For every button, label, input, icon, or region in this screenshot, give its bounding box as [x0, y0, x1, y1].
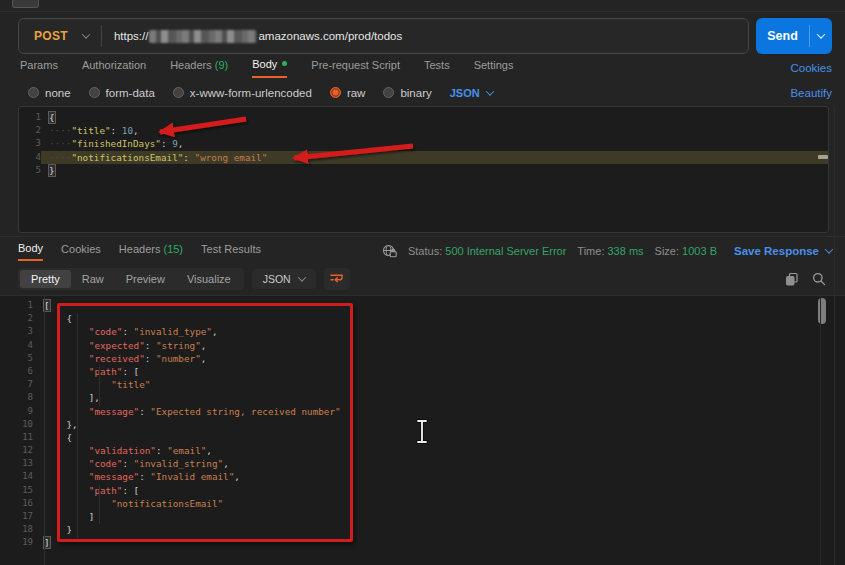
body-type-binary[interactable]: binary	[383, 87, 431, 99]
code-line: 12 "validation": "email",	[0, 444, 845, 457]
raw-format-select[interactable]: JSON	[450, 87, 493, 99]
response-view-switcher: Pretty Raw Preview Visualize	[18, 268, 244, 290]
size-value: 1003 B	[682, 245, 717, 257]
scrollbar-track-line	[820, 295, 821, 565]
view-visualize[interactable]: Visualize	[176, 270, 242, 288]
response-json-code: 1[2 {3 "code": "invalid_type",4 "expecte…	[0, 299, 845, 550]
response-tab-test-results[interactable]: Test Results	[201, 243, 261, 260]
code-line: 1[	[0, 299, 845, 312]
size-label: Size:	[655, 245, 679, 257]
headers-count: (9)	[215, 59, 228, 71]
copy-icon[interactable]	[785, 272, 799, 286]
chevron-down-icon	[817, 30, 825, 38]
time-value: 338 ms	[608, 245, 644, 257]
body-modified-dot	[282, 61, 287, 66]
cookies-link[interactable]: Cookies	[790, 62, 832, 74]
divider	[101, 25, 102, 47]
code-line: 13 "code": "invalid_string",	[0, 457, 845, 470]
body-type-none[interactable]: none	[28, 87, 71, 99]
url-prefix: https://	[114, 30, 149, 42]
chevron-down-icon	[82, 30, 90, 38]
method-selector[interactable]: POST	[19, 29, 101, 43]
code-line: 17 ]	[0, 510, 845, 523]
response-tab-headers[interactable]: Headers (15)	[119, 243, 183, 260]
code-line: 18 }	[0, 523, 845, 536]
body-type-selector: none form-data x-www-form-urlencoded raw…	[28, 82, 832, 103]
time-label: Time:	[577, 245, 604, 257]
indent-guide	[77, 313, 78, 538]
code-line: 9 "message": "Expected string, received …	[0, 405, 845, 418]
request-tabs: Params Authorization Headers (9) Body Pr…	[20, 55, 832, 80]
tab-pre-request-script[interactable]: Pre-request Script	[311, 59, 400, 77]
indent-guide	[99, 485, 100, 524]
code-line: 14 "message": "Invalid email",	[0, 470, 845, 483]
body-type-x-www-form-urlencoded[interactable]: x-www-form-urlencoded	[173, 87, 312, 99]
method-label: POST	[34, 29, 68, 43]
beautify-link[interactable]: Beautify	[790, 87, 832, 99]
indent-guide	[99, 366, 100, 406]
url-suffix: amazonaws.com/prod/todos	[258, 30, 402, 42]
response-toolbar: Pretty Raw Preview Visualize JSON	[18, 266, 832, 291]
code-line: 2····"title": 10,	[19, 124, 828, 137]
globe-lock-icon[interactable]	[382, 244, 397, 258]
response-body-editor[interactable]: 1[2 {3 "code": "invalid_type",4 "expecte…	[0, 295, 845, 565]
code-line: 3 "code": "invalid_type",	[0, 325, 845, 338]
body-type-raw[interactable]: raw	[330, 87, 366, 99]
code-line: 15 "path": [	[0, 484, 845, 497]
wrap-text-icon	[329, 272, 344, 285]
chevron-down-icon	[825, 245, 833, 253]
code-line: 3····"finishedInDays": 9,	[19, 137, 828, 150]
response-tabs: Body Cookies Headers (15) Test Results S…	[18, 240, 832, 262]
radio-icon	[383, 87, 394, 98]
status-label: Status:	[408, 245, 442, 257]
response-divider	[0, 236, 845, 237]
postman-app: POST https:// amazonaws.com/prod/todos S…	[0, 0, 845, 565]
chevron-down-icon	[297, 273, 305, 281]
body-type-form-data[interactable]: form-data	[89, 87, 155, 99]
request-json-code: 1{2····"title": 10,3····"finishedInDays"…	[19, 111, 828, 177]
request-url-bar: POST https:// amazonaws.com/prod/todos S…	[18, 18, 832, 54]
radio-selected-icon	[330, 87, 341, 98]
code-line: 1{	[19, 111, 828, 124]
send-options-button[interactable]	[810, 18, 832, 54]
radio-icon	[89, 87, 100, 98]
response-body-tools	[785, 272, 826, 286]
code-line: 6 "path": [	[0, 365, 845, 378]
status-value: 500 Internal Server Error	[445, 245, 566, 257]
request-body-editor[interactable]: 1{2····"title": 10,3····"finishedInDays"…	[18, 106, 829, 233]
chevron-down-icon	[485, 87, 493, 95]
top-divider	[0, 11, 845, 12]
panel-edge-line	[834, 106, 835, 565]
url-input[interactable]: https:// amazonaws.com/prod/todos	[114, 30, 402, 43]
view-pretty[interactable]: Pretty	[20, 270, 71, 288]
view-raw[interactable]: Raw	[71, 270, 115, 288]
code-line: 8 ],	[0, 391, 845, 404]
code-line: 19]	[0, 536, 845, 549]
url-input-container: POST https:// amazonaws.com/prod/todos	[18, 18, 749, 54]
save-response-button[interactable]: Save Response	[734, 245, 832, 257]
tab-tests[interactable]: Tests	[424, 59, 450, 77]
code-line: 16 "notificationsEmail"	[0, 497, 845, 510]
code-line: 10 },	[0, 418, 845, 431]
code-line: 2 {	[0, 312, 845, 325]
url-redacted-blur	[149, 30, 257, 43]
response-tab-body[interactable]: Body	[18, 242, 43, 261]
response-headers-count: (15)	[163, 243, 183, 255]
response-tab-cookies[interactable]: Cookies	[61, 243, 101, 260]
code-line: 4 "expected": "string",	[0, 339, 845, 352]
radio-icon	[28, 87, 39, 98]
code-line: 5}	[19, 164, 828, 177]
send-button[interactable]: Send	[756, 18, 832, 54]
wrap-text-button[interactable]	[324, 268, 350, 290]
tab-settings[interactable]: Settings	[474, 59, 514, 77]
code-line: 11 {	[0, 431, 845, 444]
view-preview[interactable]: Preview	[115, 270, 176, 288]
tab-body[interactable]: Body	[252, 58, 287, 78]
gutter-divider	[44, 296, 45, 565]
response-format-select[interactable]: JSON	[252, 269, 316, 289]
search-icon[interactable]	[812, 272, 826, 286]
code-line: 4····"notificationsEmail": "wrong email"	[19, 151, 828, 164]
tab-authorization[interactable]: Authorization	[82, 59, 146, 77]
tab-headers[interactable]: Headers (9)	[170, 59, 228, 77]
tab-params[interactable]: Params	[20, 59, 58, 77]
